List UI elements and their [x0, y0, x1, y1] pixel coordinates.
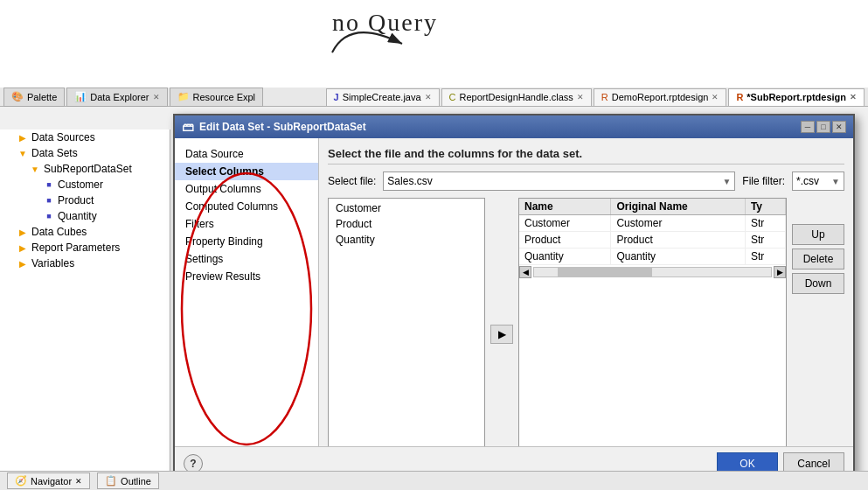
row2-type: Str [745, 248, 785, 265]
scroll-right-arrow[interactable]: ▶ [774, 266, 786, 278]
folder-icon-data-sources: ▶ [16, 130, 30, 144]
simple-create-close[interactable]: ✕ [425, 93, 432, 102]
subreport-dataset-label: SubReportDataSet [44, 163, 132, 175]
dialog-body: Data Source Select Columns Output Column… [175, 138, 853, 480]
simple-create-icon: J [334, 92, 339, 102]
edit-dataset-dialog: 🗃 Edit Data Set - SubReportDataSet ─ □ ✕… [173, 114, 855, 481]
tab-simple-create[interactable]: J SimpleCreate.java ✕ [326, 88, 440, 106]
navigator-label: Navigator [31, 476, 72, 486]
col-item-customer[interactable]: Customer [330, 200, 483, 216]
result-table[interactable]: Name Original Name Ty Customer Customer … [518, 198, 787, 471]
dialog-title-icon: 🗃 [182, 120, 194, 134]
panel-tab-resource[interactable]: 📁 Resource Expl [170, 88, 264, 107]
nav-item-output-columns[interactable]: Output Columns [175, 180, 318, 198]
tree-item-subreport-dataset[interactable]: ▼ SubReportDataSet [0, 161, 170, 177]
tab-report-design-handle[interactable]: C ReportDesignHandle.class ✕ [441, 88, 592, 106]
available-columns-list[interactable]: Customer Product Quantity [328, 198, 485, 471]
dialog-title: 🗃 Edit Data Set - SubReportDataSet [182, 120, 366, 134]
navigator-tab[interactable]: 🧭 Navigator ✕ [7, 472, 90, 489]
up-button[interactable]: Up [792, 224, 844, 245]
file-dropdown-arrow: ▼ [722, 177, 731, 186]
outline-icon: 📋 [105, 475, 117, 486]
nav-item-select-columns[interactable]: Select Columns [175, 163, 318, 180]
outline-tab[interactable]: 📋 Outline [97, 472, 159, 489]
close-button[interactable]: ✕ [832, 121, 846, 133]
field-icon-quantity: ■ [42, 209, 56, 223]
data-explorer-icon: 📊 [74, 91, 87, 102]
panel-tab-palette[interactable]: 🎨 Palette [3, 88, 65, 107]
demo-label: DemoReport.rptdesign [612, 92, 709, 102]
demo-icon: R [601, 92, 608, 102]
row2-original: Quantity [611, 248, 745, 265]
tab-subreport[interactable]: R *SubReport.rptdesign ✕ [728, 88, 865, 106]
row0-name: Customer [519, 215, 611, 232]
arrow-btn-col: ▶ [490, 198, 513, 471]
resource-label: Resource Expl [193, 92, 256, 102]
file-select-dropdown[interactable]: Sales.csv ▼ [383, 172, 735, 191]
filter-arrow: ▼ [831, 177, 840, 186]
row0-original: Customer [611, 215, 745, 232]
variables-label: Variables [31, 257, 74, 270]
left-panel: ▶ Data Sources ▼ Data Sets ▼ SubReportDa… [0, 130, 170, 490]
folder-icon-data-cubes: ▶ [16, 225, 30, 239]
folder-icon-report-params: ▶ [16, 241, 30, 255]
sub-label: *SubReport.rptdesign [746, 92, 846, 102]
filter-dropdown[interactable]: *.csv ▼ [792, 172, 844, 191]
dialog-titlebar: 🗃 Edit Data Set - SubReportDataSet ─ □ ✕ [175, 116, 853, 138]
navigator-close[interactable]: ✕ [75, 477, 82, 486]
panel-tab-data-explorer[interactable]: 📊 Data Explorer ✕ [66, 88, 167, 107]
nav-item-property-binding[interactable]: Property Binding [175, 233, 318, 250]
nav-item-data-source[interactable]: Data Source [175, 145, 318, 163]
demo-close[interactable]: ✕ [712, 93, 719, 102]
col-item-product[interactable]: Product [330, 216, 483, 232]
down-button[interactable]: Down [792, 273, 844, 294]
ide-topbar: 🎨 Palette 📊 Data Explorer ✕ 📁 Resource E… [0, 88, 868, 107]
product-label: Product [58, 194, 94, 206]
tree-item-customer[interactable]: ■ Customer [0, 177, 170, 192]
row0-type: Str [745, 215, 785, 232]
dialog-nav: Data Source Select Columns Output Column… [175, 138, 319, 480]
navigator-icon: 🧭 [15, 475, 27, 486]
tree-item-data-sources[interactable]: ▶ Data Sources [0, 130, 170, 145]
tree-item-report-params[interactable]: ▶ Report Parameters [0, 240, 170, 256]
tree-item-product[interactable]: ■ Product [0, 192, 170, 208]
resource-icon: 📁 [177, 91, 190, 102]
nav-item-settings[interactable]: Settings [175, 250, 318, 268]
rdh-close[interactable]: ✕ [577, 93, 584, 102]
col-item-quantity[interactable]: Quantity [330, 232, 483, 248]
tree-item-data-cubes[interactable]: ▶ Data Cubes [0, 224, 170, 240]
row2-name: Quantity [519, 248, 611, 265]
maximize-button[interactable]: □ [816, 121, 830, 133]
scroll-left-arrow[interactable]: ◀ [519, 266, 531, 278]
minimize-button[interactable]: ─ [801, 121, 815, 133]
tree-item-data-sets[interactable]: ▼ Data Sets [0, 145, 170, 161]
tab-demo-report[interactable]: R DemoReport.rptdesign ✕ [594, 88, 727, 106]
row1-type: Str [745, 232, 785, 248]
file-select-value: Sales.csv [387, 175, 432, 187]
palette-label: Palette [27, 92, 57, 102]
simple-create-label: SimpleCreate.java [343, 92, 421, 102]
data-explorer-close[interactable]: ✕ [153, 93, 160, 102]
delete-button[interactable]: Delete [792, 248, 844, 270]
columns-area: Customer Product Quantity ▶ Name Origina… [328, 198, 844, 471]
nav-item-preview-results[interactable]: Preview Results [175, 268, 318, 285]
rdh-icon: C [449, 92, 456, 102]
dialog-title-text: Edit Data Set - SubReportDataSet [199, 121, 366, 133]
table-row[interactable]: Product Product Str [519, 232, 786, 248]
nav-item-computed-columns[interactable]: Computed Columns [175, 198, 318, 215]
add-column-button[interactable]: ▶ [490, 325, 513, 344]
tree-item-quantity[interactable]: ■ Quantity [0, 208, 170, 224]
nav-item-filters[interactable]: Filters [175, 215, 318, 233]
file-select-row: Select file: Sales.csv ▼ File filter: *.… [328, 172, 844, 191]
data-cubes-label: Data Cubes [31, 226, 87, 238]
table-row[interactable]: Quantity Quantity Str [519, 248, 786, 265]
statusbar: 🧭 Navigator ✕ 📋 Outline [0, 471, 868, 490]
col-header-name: Name [519, 199, 611, 215]
table-row[interactable]: Customer Customer Str [519, 215, 786, 232]
annotation-text: no Query [332, 9, 438, 37]
scroll-track[interactable] [533, 267, 772, 277]
sub-close[interactable]: ✕ [850, 93, 857, 102]
col-header-original: Original Name [611, 199, 745, 215]
row1-name: Product [519, 232, 611, 248]
tree-item-variables[interactable]: ▶ Variables [0, 256, 170, 271]
